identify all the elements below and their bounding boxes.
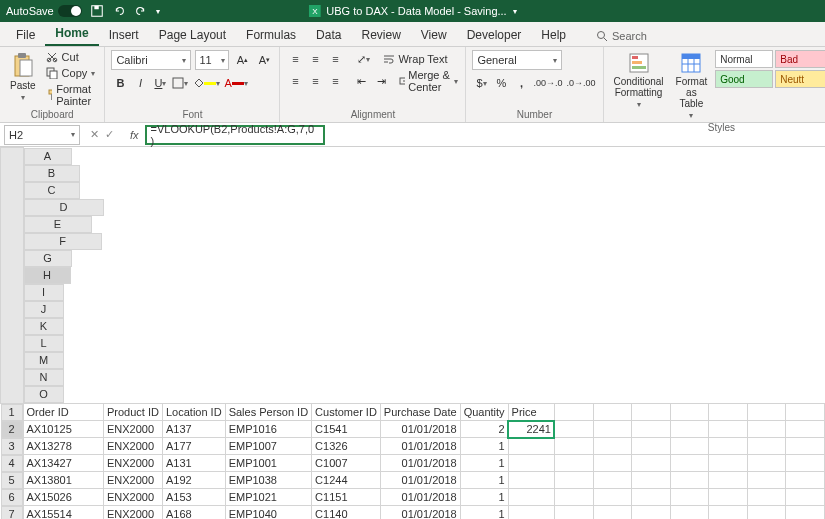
cell-O1[interactable]	[786, 403, 825, 421]
formula-input[interactable]: =VLOOKUP(B2,Products!A:G,7,0 )	[145, 125, 325, 145]
cell-N4[interactable]	[747, 455, 786, 472]
row-header-7[interactable]: 7	[1, 506, 23, 520]
column-header-O[interactable]: O	[24, 386, 64, 403]
cell-H1[interactable]: Price	[508, 403, 554, 421]
font-color-button[interactable]: A▾	[223, 74, 248, 92]
cell-J4[interactable]	[593, 455, 632, 472]
row-header-6[interactable]: 6	[1, 489, 23, 506]
row-header-2[interactable]: 2	[1, 421, 23, 438]
format-painter-button[interactable]: Format Painter	[44, 82, 99, 108]
cell-D4[interactable]: EMP1001	[225, 455, 311, 472]
cell-K2[interactable]	[632, 421, 671, 438]
cell-D5[interactable]: EMP1038	[225, 472, 311, 489]
copy-button[interactable]: Copy▾	[44, 66, 99, 80]
cell-style-neutral[interactable]: Neutt	[775, 70, 825, 88]
cell-J2[interactable]	[593, 421, 632, 438]
number-format-select[interactable]: General▾	[472, 50, 562, 70]
font-name-select[interactable]: Calibri▾	[111, 50, 191, 70]
column-header-J[interactable]: J	[24, 301, 64, 318]
cell-O6[interactable]	[786, 489, 825, 506]
cell-M2[interactable]	[709, 421, 748, 438]
row-header-1[interactable]: 1	[1, 404, 23, 421]
align-top-button[interactable]: ≡	[286, 50, 304, 68]
align-center-button[interactable]: ≡	[306, 72, 324, 90]
row-header-5[interactable]: 5	[1, 472, 23, 489]
column-header-A[interactable]: A	[24, 148, 72, 165]
cell-D1[interactable]: Sales Person ID	[225, 403, 311, 421]
cell-K4[interactable]	[632, 455, 671, 472]
autosave-toggle[interactable]: AutoSave	[6, 5, 82, 17]
column-header-C[interactable]: C	[24, 182, 80, 199]
cell-M7[interactable]	[709, 506, 748, 520]
cell-L3[interactable]	[670, 438, 709, 455]
cell-G3[interactable]: 1	[460, 438, 508, 455]
cell-F3[interactable]: 01/01/2018	[380, 438, 460, 455]
tab-insert[interactable]: Insert	[99, 24, 149, 46]
undo-icon[interactable]	[112, 4, 126, 18]
cell-L1[interactable]	[670, 403, 709, 421]
cell-N6[interactable]	[747, 489, 786, 506]
cell-F2[interactable]: 01/01/2018	[380, 421, 460, 438]
column-header-H[interactable]: H	[24, 267, 71, 284]
tab-formulas[interactable]: Formulas	[236, 24, 306, 46]
tab-page-layout[interactable]: Page Layout	[149, 24, 236, 46]
cell-I7[interactable]	[554, 506, 593, 520]
increase-decimal-button[interactable]: .00→.0	[532, 74, 563, 92]
cell-I4[interactable]	[554, 455, 593, 472]
cell-L7[interactable]	[670, 506, 709, 520]
cell-F6[interactable]: 01/01/2018	[380, 489, 460, 506]
tab-developer[interactable]: Developer	[457, 24, 532, 46]
italic-button[interactable]: I	[131, 74, 149, 92]
cell-M3[interactable]	[709, 438, 748, 455]
cell-H3[interactable]	[508, 438, 554, 455]
align-middle-button[interactable]: ≡	[306, 50, 324, 68]
row-header-3[interactable]: 3	[1, 438, 23, 455]
cancel-formula-icon[interactable]: ✕	[90, 128, 99, 141]
cell-O2[interactable]	[786, 421, 825, 438]
cell-C5[interactable]: A192	[162, 472, 225, 489]
cell-B4[interactable]: ENX2000	[104, 455, 163, 472]
cell-J6[interactable]	[593, 489, 632, 506]
save-icon[interactable]	[90, 4, 104, 18]
cell-E1[interactable]: Customer ID	[312, 403, 381, 421]
tab-review[interactable]: Review	[351, 24, 410, 46]
cell-M4[interactable]	[709, 455, 748, 472]
font-size-select[interactable]: 11▾	[195, 50, 229, 70]
cell-O7[interactable]	[786, 506, 825, 520]
cell-J5[interactable]	[593, 472, 632, 489]
cell-I2[interactable]	[554, 421, 593, 438]
format-as-table-button[interactable]: Format as Table▾	[672, 50, 712, 122]
cell-E2[interactable]: C1541	[312, 421, 381, 438]
decrease-decimal-button[interactable]: .0→.00	[565, 74, 596, 92]
cell-style-bad[interactable]: Bad	[775, 50, 825, 68]
tab-home[interactable]: Home	[45, 22, 98, 46]
cell-style-good[interactable]: Good	[715, 70, 773, 88]
cell-O5[interactable]	[786, 472, 825, 489]
percent-format-button[interactable]: %	[492, 74, 510, 92]
cell-C4[interactable]: A131	[162, 455, 225, 472]
cell-E5[interactable]: C1244	[312, 472, 381, 489]
cell-C6[interactable]: A153	[162, 489, 225, 506]
cell-N5[interactable]	[747, 472, 786, 489]
cell-B3[interactable]: ENX2000	[104, 438, 163, 455]
cell-M5[interactable]	[709, 472, 748, 489]
column-header-G[interactable]: G	[24, 250, 72, 267]
redo-icon[interactable]	[134, 4, 148, 18]
cell-K6[interactable]	[632, 489, 671, 506]
cell-I6[interactable]	[554, 489, 593, 506]
cell-I5[interactable]	[554, 472, 593, 489]
merge-center-button[interactable]: Merge & Center▾	[398, 72, 460, 90]
orientation-button[interactable]: ⤢▾	[354, 50, 372, 68]
cut-button[interactable]: Cut	[44, 50, 99, 64]
cell-J7[interactable]	[593, 506, 632, 520]
cell-O4[interactable]	[786, 455, 825, 472]
cell-L6[interactable]	[670, 489, 709, 506]
cell-D7[interactable]: EMP1040	[225, 506, 311, 520]
borders-button[interactable]: ▾	[171, 74, 189, 92]
tell-me-search[interactable]: Search	[588, 26, 655, 46]
comma-format-button[interactable]: ,	[512, 74, 530, 92]
cell-H7[interactable]	[508, 506, 554, 520]
cell-C7[interactable]: A168	[162, 506, 225, 520]
qat-dropdown-icon[interactable]: ▾	[156, 7, 160, 16]
cell-G6[interactable]: 1	[460, 489, 508, 506]
